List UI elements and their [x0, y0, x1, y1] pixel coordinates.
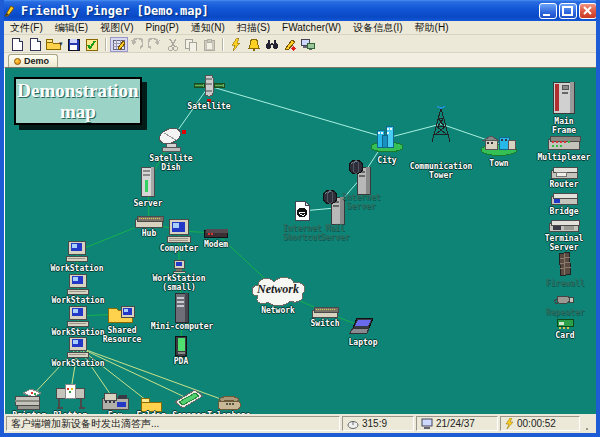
new-map-button[interactable]: [8, 37, 26, 52]
map-canvas[interactable]: Demonstration map SatelliteSatellite Dis…: [4, 67, 596, 414]
device-printer[interactable]: [13, 387, 45, 411]
menu-item-8[interactable]: 帮助(H): [409, 21, 455, 35]
device-ws3[interactable]: [66, 305, 90, 327]
device-ishortcut[interactable]: [294, 201, 310, 222]
menu-item-5[interactable]: 扫描(S): [231, 21, 276, 35]
mainframe-icon: [550, 80, 578, 116]
device-modem[interactable]: [203, 228, 229, 239]
save-button[interactable]: [65, 37, 83, 52]
menu-item-1[interactable]: 编辑(E): [49, 21, 94, 35]
device-mainframe[interactable]: [550, 80, 578, 116]
device-telephone[interactable]: [216, 393, 242, 411]
resize-grip[interactable]: [582, 416, 594, 431]
device-dish[interactable]: [156, 127, 186, 153]
tab-demo[interactable]: Demo: [8, 54, 58, 67]
pen-red-icon: [283, 38, 296, 51]
device-label-ws1: WorkStation: [51, 264, 104, 273]
device-label-server: Server: [134, 199, 163, 208]
map-title-sign[interactable]: Demonstration map: [14, 77, 142, 125]
device-iserver[interactable]: [348, 160, 374, 196]
device-info-button[interactable]: [299, 37, 317, 52]
device-plotter[interactable]: [53, 382, 87, 410]
device-label-plotter: Plotter: [53, 411, 87, 414]
e-page-icon: [294, 201, 310, 222]
menu-item-0[interactable]: 文件(F): [4, 21, 49, 35]
page-icon: [29, 37, 41, 51]
device-commtower[interactable]: [428, 104, 454, 144]
device-town[interactable]: [479, 132, 519, 156]
device-label-firewall: Firewall: [546, 279, 585, 288]
device-label-shared: Shared Resource: [103, 326, 142, 344]
device-computer[interactable]: [166, 219, 192, 244]
menu-item-7[interactable]: 设备信息(I): [347, 21, 408, 35]
paste-button: [200, 37, 218, 52]
device-folder[interactable]: [140, 396, 162, 412]
redo-icon: [148, 38, 161, 50]
card-icon: [556, 319, 574, 330]
open-dropdown-caret[interactable]: ▾: [59, 40, 63, 48]
device-switch[interactable]: [311, 306, 339, 318]
device-city[interactable]: [369, 124, 405, 152]
device-router[interactable]: [549, 165, 579, 179]
device-label-cloud: Network: [261, 306, 295, 315]
device-repeater[interactable]: [554, 292, 576, 306]
folder-icon: [140, 396, 162, 412]
device-terminal[interactable]: [548, 220, 580, 233]
device-ws2[interactable]: [66, 273, 90, 295]
status-bar: 客户端增加新设备时发出滴答声... 315:9 21/24/37 00:00:5…: [4, 414, 596, 433]
menu-item-4[interactable]: 通知(N): [185, 21, 231, 35]
device-label-laptop: Laptop: [349, 338, 378, 347]
close-button[interactable]: [579, 3, 597, 19]
menu-item-2[interactable]: 视图(V): [94, 21, 139, 35]
device-label-switch: Switch: [311, 319, 340, 328]
device-label-ishortcut: Internet Shortcut: [283, 224, 322, 242]
device-card[interactable]: [556, 319, 574, 330]
device-label-repeater: Repeater: [546, 308, 585, 317]
menu-item-6[interactable]: FWatcher(W): [276, 22, 347, 33]
device-bridge[interactable]: [549, 193, 579, 206]
device-fax[interactable]: [100, 390, 130, 412]
device-satellite[interactable]: [193, 73, 225, 99]
device-label-mailserver: Mail Server: [321, 224, 350, 242]
device-wssmall[interactable]: [172, 259, 186, 273]
device-scanner[interactable]: [173, 388, 205, 410]
device-multiplexer[interactable]: [547, 134, 581, 150]
hubbox-icon: [134, 216, 164, 229]
new-page-button[interactable]: [26, 37, 44, 52]
device-hub[interactable]: [134, 216, 164, 229]
status-time-panel: 00:00:52: [500, 416, 580, 431]
app-window: Friendly Pinger [Demo.map] 文件(F)编辑(E)视图(…: [0, 0, 600, 437]
fwatcher-button[interactable]: [281, 37, 299, 52]
monitor-sm-icon: [66, 273, 90, 295]
device-label-city: City: [377, 156, 396, 165]
maximize-button[interactable]: [559, 3, 577, 19]
device-shared[interactable]: [107, 302, 137, 326]
minimize-button[interactable]: [539, 3, 557, 19]
copy-button: [182, 37, 200, 52]
ping-button[interactable]: [227, 37, 245, 52]
monitor-sm-icon: [65, 240, 89, 262]
repeater-icon: [554, 292, 576, 306]
device-firewall[interactable]: [556, 251, 574, 277]
title-bar[interactable]: Friendly Pinger [Demo.map]: [0, 0, 600, 21]
export-button[interactable]: [83, 37, 101, 52]
device-minicomp[interactable]: [173, 292, 191, 324]
toolbar-separator: [222, 38, 223, 51]
device-label-telephone: Telephone: [207, 411, 250, 414]
device-ws4[interactable]: [66, 336, 90, 358]
find-button[interactable]: [263, 37, 281, 52]
menu-item-3[interactable]: Ping(P): [139, 22, 184, 33]
edit-mode-button[interactable]: [110, 37, 128, 52]
device-label-satellite: Satellite: [187, 102, 230, 111]
switchbox-icon: [311, 306, 339, 318]
undo-button: [128, 37, 146, 52]
status-message: 客户端增加新设备时发出滴答声...: [11, 417, 159, 431]
device-label-iserver: Internet Server: [342, 193, 381, 211]
device-ws1[interactable]: [65, 240, 89, 262]
tab-bar: Demo: [4, 53, 596, 67]
device-pda[interactable]: [175, 335, 188, 357]
window-title: Friendly Pinger [Demo.map]: [21, 4, 209, 18]
device-laptop[interactable]: [349, 317, 377, 337]
device-label-minicomp: Mini-computer: [151, 322, 214, 331]
notify-button[interactable]: [245, 37, 263, 52]
